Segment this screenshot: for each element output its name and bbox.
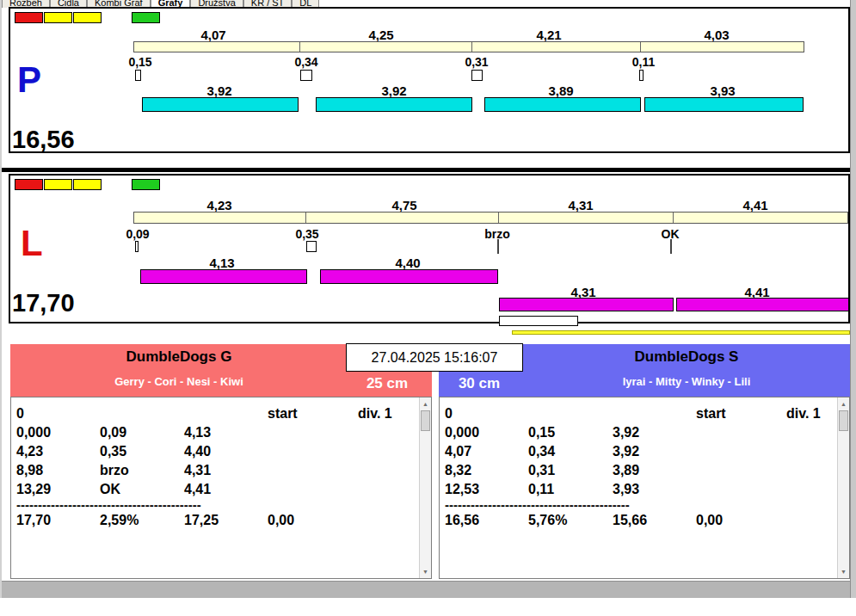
split-bar xyxy=(320,269,498,284)
start-marker xyxy=(639,70,644,81)
team-dogs: lyrai - Mitty - Winky - Lili xyxy=(523,375,850,388)
scrollbar-thumb[interactable] xyxy=(839,410,848,431)
lap-total-label: 4,75 xyxy=(370,198,439,213)
table-totals-row: 16,56 5,76% 15,66 0,00 xyxy=(445,511,834,530)
table-row: 13,29 OK 4,41 xyxy=(16,480,416,499)
start-time-label: 0,11 xyxy=(618,55,669,69)
traffic-light-yellow-2 xyxy=(73,12,102,23)
bar-segment-divider xyxy=(673,213,674,223)
lane-number: 0 xyxy=(445,404,528,423)
lap-total-bar xyxy=(133,41,804,52)
start-marker xyxy=(306,241,317,252)
traffic-light-yellow-2 xyxy=(73,179,102,190)
event-tick xyxy=(497,239,499,254)
start-marker xyxy=(135,241,139,252)
split-bar xyxy=(644,97,804,112)
lap-total-label: 4,23 xyxy=(185,198,254,213)
traffic-light-red xyxy=(15,179,43,190)
scrollbar-thumb[interactable] xyxy=(421,410,430,431)
lane-total-time: 16,56 xyxy=(12,127,75,152)
split-time-label: 3,89 xyxy=(527,83,595,98)
division-label: div. 1 xyxy=(786,404,834,423)
lap-total-label: 4,41 xyxy=(721,198,790,213)
lane-total-time: 17,70 xyxy=(12,291,75,316)
lap-total-label: 4,31 xyxy=(546,198,615,213)
lap-total-label: 4,03 xyxy=(682,28,751,42)
jump-height-label: 30 cm xyxy=(440,375,518,392)
start-time-label: 0,31 xyxy=(451,55,502,69)
scroll-up-icon[interactable]: ▲ xyxy=(420,398,431,410)
split-bar xyxy=(142,97,299,112)
table-row: 8,98 brzo 4,31 xyxy=(16,461,416,480)
table-rows: 0 start div. 1 0,000 0,09 4,13 4,23 0,35… xyxy=(16,404,416,530)
lap-total-label: 4,07 xyxy=(179,28,248,42)
panel-lane-p: 4,07 4,25 4,21 4,03 0,15 0,34 0,31 0,11 … xyxy=(9,7,850,153)
timestamp: 27.04.2025 15:16:07 xyxy=(346,343,523,372)
yellow-indicator-bar xyxy=(512,330,850,335)
lane-letter: P xyxy=(17,62,41,98)
split-bar xyxy=(676,298,850,311)
scroll-up-icon[interactable]: ▲ xyxy=(838,398,849,410)
split-bar xyxy=(316,97,472,112)
lane-number: 0 xyxy=(16,404,100,423)
start-column-label: start xyxy=(268,404,358,423)
start-time-label: 0,35 xyxy=(281,227,333,241)
traffic-light-red xyxy=(15,12,43,23)
table-separator: ----------------------------------------… xyxy=(445,499,834,511)
scrollbar[interactable]: ▲ ▼ xyxy=(419,397,431,578)
split-time-label: 3,92 xyxy=(185,83,254,98)
event-tick xyxy=(670,239,672,254)
split-time-label: 3,93 xyxy=(688,83,757,98)
team-dogs: Gerry - Cori - Nesi - Kiwi xyxy=(10,375,348,388)
table-row: 0,000 0,09 4,13 xyxy=(16,423,416,442)
lane-letter: L xyxy=(21,225,43,262)
scrollbar[interactable]: ▲ ▼ xyxy=(837,397,849,578)
table-rows: 0 start div. 1 0,000 0,15 3,92 4,07 0,34… xyxy=(445,404,834,530)
start-marker xyxy=(471,70,483,81)
bar-segment-divider xyxy=(498,213,499,223)
table-separator: ----------------------------------------… xyxy=(16,499,416,511)
table-row: 4,07 0,34 3,92 xyxy=(445,442,834,461)
split-time-label: 3,92 xyxy=(360,83,428,98)
team-name: DumbleDogs S xyxy=(523,348,850,366)
table-row: 8,32 0,31 3,89 xyxy=(445,461,834,480)
scroll-down-icon[interactable]: ▼ xyxy=(420,566,431,577)
table-totals-row: 17,70 2,59% 17,25 0,00 xyxy=(16,511,416,530)
start-column-label: start xyxy=(696,404,786,423)
team-right-results-table[interactable]: 0 start div. 1 0,000 0,15 3,92 4,07 0,34… xyxy=(439,397,850,579)
panel-divider xyxy=(2,168,850,172)
table-header-row: 0 start div. 1 xyxy=(16,404,416,423)
bar-segment-divider xyxy=(299,42,300,52)
traffic-lights xyxy=(15,179,169,192)
table-row: 4,23 0,35 4,40 xyxy=(16,442,416,461)
app-window: Rozbeh Cidla Kombi Graf Grafy Družstva K… xyxy=(0,0,856,616)
split-bar xyxy=(140,269,307,284)
table-row: 12,53 0,11 3,93 xyxy=(445,480,834,499)
bar-segment-divider xyxy=(305,213,306,223)
start-marker xyxy=(135,70,141,81)
bar-segment-divider xyxy=(471,42,472,52)
split-bar xyxy=(499,298,674,311)
jump-height-label: 25 cm xyxy=(344,375,430,392)
traffic-light-yellow-1 xyxy=(44,12,72,23)
lap-total-bar xyxy=(133,212,848,224)
start-time-label: 0,15 xyxy=(114,55,166,69)
panel-lane-l: 4,23 4,75 4,31 4,41 0,09 0,35 brzo OK 4,… xyxy=(9,174,850,323)
window-frame-right xyxy=(850,0,856,598)
scroll-down-icon[interactable]: ▼ xyxy=(838,566,849,577)
traffic-light-green xyxy=(132,179,160,190)
split-bar xyxy=(484,97,641,112)
bar-segment-divider xyxy=(640,42,641,52)
lap-total-label: 4,25 xyxy=(347,28,416,42)
empty-progress-cell xyxy=(499,316,578,326)
table-header-row: 0 start div. 1 xyxy=(445,404,834,423)
team-left-results-table[interactable]: 0 start div. 1 0,000 0,09 4,13 4,23 0,35… xyxy=(10,397,432,579)
team-name: DumbleDogs G xyxy=(10,348,348,366)
status-bar xyxy=(2,581,850,598)
split-time-label: 4,40 xyxy=(373,256,442,270)
split-time-label: 4,13 xyxy=(188,256,256,270)
table-row: 0,000 0,15 3,92 xyxy=(445,423,834,442)
window-frame-left xyxy=(0,0,2,598)
start-marker xyxy=(300,70,312,81)
start-time-label: 0,34 xyxy=(280,55,332,69)
